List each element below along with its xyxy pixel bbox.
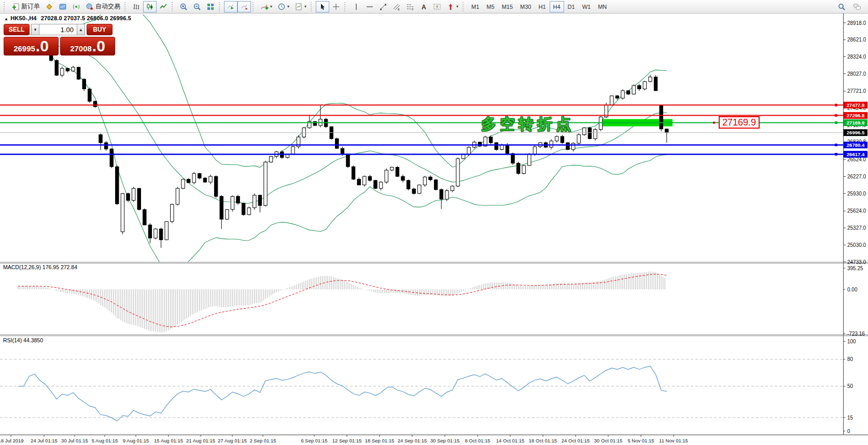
candle-body xyxy=(154,229,157,238)
periods-menu-button[interactable]: ▾ xyxy=(275,1,292,12)
timeframe-m30-button-label: M30 xyxy=(520,4,531,10)
buy-price-main: 27008 xyxy=(70,44,92,53)
macd-axis-label: 0.00 xyxy=(847,287,858,293)
candle-body xyxy=(357,179,360,185)
auto-scroll-button[interactable] xyxy=(224,1,237,12)
volume-increase-button[interactable]: ▲ xyxy=(77,24,85,35)
candle-body xyxy=(621,91,624,98)
candle-body xyxy=(610,96,613,105)
bar-chart-button[interactable] xyxy=(130,1,143,12)
tile-windows-button[interactable] xyxy=(204,1,217,12)
search-button[interactable] xyxy=(835,1,848,12)
templates-menu-button[interactable]: ▾ xyxy=(292,1,309,12)
autotrading-button[interactable]: 自动交易 xyxy=(83,1,123,12)
time-axis-label: 27 Aug 01:15 xyxy=(218,438,247,443)
timeframe-m30-button[interactable]: M30 xyxy=(516,1,535,12)
sell-price-button[interactable]: 26995.0 xyxy=(4,37,59,55)
candle-body xyxy=(550,141,553,147)
cursor-button[interactable] xyxy=(316,1,329,12)
candle-body xyxy=(632,86,635,94)
hline-anchor-marker[interactable] xyxy=(835,104,837,106)
metaeditor-button[interactable] xyxy=(43,1,56,12)
collapse-triangle-icon[interactable]: ▲ xyxy=(4,17,8,21)
buy-button[interactable]: BUY xyxy=(87,24,113,35)
vertical-line-icon xyxy=(352,3,360,11)
candlestick-chart-button[interactable] xyxy=(143,1,157,12)
price-badge-label: 27477.9 xyxy=(847,102,864,108)
zoom-in-button[interactable] xyxy=(177,1,190,12)
zoom-out-button[interactable] xyxy=(190,1,204,12)
timeframe-h1-button[interactable]: H1 xyxy=(535,1,549,12)
text-button[interactable]: A xyxy=(417,1,430,12)
mt4-window: 新订单自动交易▾▾▾EFAT▾M1M5M15M30H1H4D1W1MN 2891… xyxy=(0,0,868,445)
candle-body xyxy=(626,91,629,94)
candle-body xyxy=(665,129,668,133)
candle-body xyxy=(583,128,586,135)
timeframe-m5-button-label: M5 xyxy=(486,4,494,10)
arrows-button[interactable]: ▾ xyxy=(444,1,461,12)
hline-anchor-marker[interactable] xyxy=(835,114,837,117)
price-badge-label: 26780.4 xyxy=(847,142,865,148)
price-badge-label: 27296.8 xyxy=(847,113,864,118)
volume-decrease-button[interactable]: ▼ xyxy=(31,24,39,35)
buy-price-button[interactable]: 27008.0 xyxy=(60,37,115,55)
candle-body xyxy=(638,86,641,89)
sell-button[interactable]: SELL xyxy=(4,24,30,35)
candle-body xyxy=(61,68,64,75)
mql-community-button[interactable] xyxy=(56,1,69,12)
candle-body xyxy=(341,148,344,154)
candle-body xyxy=(385,170,388,182)
candlestick-chart-icon xyxy=(146,3,154,11)
metaeditor-icon xyxy=(45,3,53,11)
macd-axis-label: -723.16 xyxy=(847,331,865,337)
fibonacci-button[interactable]: F xyxy=(403,1,417,12)
chat-button[interactable] xyxy=(850,1,864,12)
horizontal-line-button[interactable] xyxy=(363,1,376,12)
time-axis-label: 11 Nov 01:15 xyxy=(659,438,688,443)
price-tick-label: 28621.0 xyxy=(847,37,866,43)
candle-body xyxy=(143,210,146,225)
candles-layer xyxy=(17,38,668,248)
candle-body xyxy=(522,165,525,173)
timeframe-m15-button[interactable]: M15 xyxy=(498,1,516,12)
indicators-menu-button[interactable]: ▾ xyxy=(258,1,275,12)
candle-body xyxy=(495,143,498,149)
timeframe-m15-button-label: M15 xyxy=(502,4,513,10)
candle-body xyxy=(566,143,569,149)
hline-anchor-marker[interactable] xyxy=(835,153,837,156)
price-callout-box[interactable]: 27169.9 xyxy=(719,116,760,129)
candle-body xyxy=(429,177,432,180)
timeframe-w1-button[interactable]: W1 xyxy=(579,1,595,12)
candle-body xyxy=(643,81,646,89)
timeframe-h4-button[interactable]: H4 xyxy=(550,1,564,12)
crosshair-button[interactable] xyxy=(329,1,343,12)
candle-body xyxy=(93,101,96,107)
new-order-button[interactable]: 新订单 xyxy=(9,1,43,12)
signals-button[interactable] xyxy=(69,1,83,12)
timeframe-mn-button[interactable]: MN xyxy=(594,1,610,12)
vertical-line-button[interactable] xyxy=(349,1,363,12)
turning-point-annotation[interactable]: 多空转折点 xyxy=(481,114,575,135)
trendline-button[interactable] xyxy=(376,1,390,12)
timeframe-d1-button[interactable]: D1 xyxy=(564,1,579,12)
candle-body xyxy=(121,193,124,232)
macd-axis-label: 395.25 xyxy=(847,266,863,271)
timeframe-m1-button[interactable]: M1 xyxy=(468,1,483,12)
hline-anchor-marker[interactable] xyxy=(835,144,837,146)
hline-anchor-marker[interactable] xyxy=(835,121,837,124)
chart-shift-button[interactable] xyxy=(237,1,251,12)
candle-body xyxy=(506,145,509,154)
text-label-button[interactable]: T xyxy=(430,1,444,12)
equidistant-channel-button[interactable]: E xyxy=(390,1,403,12)
time-axis-label: 2 Sep 01:15 xyxy=(249,438,276,443)
chart-canvas[interactable]: 28918.028621.028324.028027.027721.027424… xyxy=(0,0,868,445)
candle-body xyxy=(571,143,575,149)
timeframe-m5-button[interactable]: M5 xyxy=(483,1,498,12)
autotrading-button-label: 自动交易 xyxy=(95,2,120,11)
candle-body xyxy=(412,189,415,193)
svg-text:A: A xyxy=(422,3,426,10)
volume-input[interactable] xyxy=(39,24,77,35)
candle-body xyxy=(561,136,564,143)
candle-body xyxy=(654,77,657,90)
line-chart-button[interactable] xyxy=(157,1,170,12)
